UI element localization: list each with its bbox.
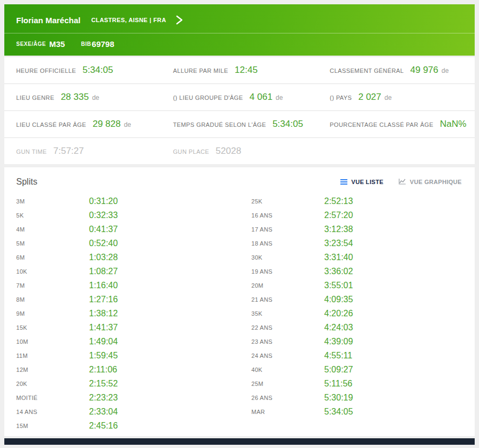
split-label: 20M bbox=[240, 282, 324, 289]
stat-value: 12:45 bbox=[235, 65, 258, 76]
split-row: 17 ANS 3:12:38 bbox=[240, 222, 475, 236]
stat-value: 52028 bbox=[216, 146, 241, 157]
stats-section: HEURE OFFICIELLE 5:34:05 ALLURE PAR MILE… bbox=[4, 57, 475, 164]
split-row: MAR 5:34:05 bbox=[240, 405, 475, 419]
stat-suffix: de bbox=[92, 94, 99, 101]
split-row: 21 ANS 4:09:35 bbox=[240, 293, 475, 307]
stat-cell: POURCENTAGE CLASSÉ PAR ÂGE NaN% bbox=[318, 119, 475, 130]
split-label: 8M bbox=[4, 296, 89, 303]
splits-col-left: 3M 0:31:20 5K 0:32:33 4M 0:41:37 5M 0:52… bbox=[4, 194, 240, 433]
split-row: 19 ANS 3:36:02 bbox=[240, 264, 475, 279]
split-value: 2:23:23 bbox=[89, 393, 118, 403]
bib-label: BIB bbox=[81, 41, 91, 47]
splits-card: Splits VUE LISTE VUE GRAPHIQUE bbox=[4, 167, 475, 436]
split-value: 2:33:04 bbox=[89, 407, 118, 417]
stat-label: GUN TIME bbox=[16, 148, 47, 155]
split-label: 5M bbox=[4, 240, 89, 247]
split-label: 4M bbox=[4, 226, 89, 233]
split-value: 3:36:02 bbox=[324, 267, 353, 276]
split-label: 15M bbox=[4, 423, 89, 429]
stat-label: () PAYS bbox=[330, 94, 352, 101]
split-row: 40K 5:09:27 bbox=[240, 363, 475, 377]
split-row: 5K 0:32:33 bbox=[4, 208, 240, 222]
split-row: 20K 2:15:52 bbox=[4, 377, 240, 391]
split-value: 5:11:56 bbox=[324, 379, 352, 389]
split-label: 35K bbox=[240, 310, 324, 317]
split-value: 1:49:04 bbox=[89, 337, 118, 347]
split-row: MOITIÉ 2:23:23 bbox=[4, 391, 240, 405]
split-value: 1:41:37 bbox=[89, 323, 118, 332]
split-label: 25K bbox=[240, 198, 324, 205]
stat-value: 7:57:27 bbox=[53, 146, 84, 157]
split-label: MOITIÉ bbox=[4, 395, 89, 401]
stat-row: GUN TIME 7:57:27 GUN PLACE 52028 bbox=[4, 138, 475, 164]
stat-cell: TEMPS GRADUÉ SELON L'ÂGE 5:34:05 bbox=[161, 119, 318, 130]
stat-value: 29 828 bbox=[93, 119, 121, 130]
stat-value: NaN% bbox=[440, 119, 466, 130]
splits-view-toggle: VUE LISTE VUE GRAPHIQUE bbox=[340, 178, 462, 186]
stat-suffix: de bbox=[124, 121, 131, 128]
athlete-name: Florian Maréchal bbox=[16, 16, 80, 25]
split-label: 12M bbox=[4, 366, 89, 373]
split-label: 14 ANS bbox=[4, 409, 89, 415]
split-row: 11M 1:59:45 bbox=[4, 349, 240, 363]
stat-cell: GUN PLACE 52028 bbox=[161, 146, 318, 157]
split-label: 5K bbox=[4, 212, 89, 219]
stat-value: 4 061 bbox=[250, 92, 273, 103]
split-row: 3M 0:31:20 bbox=[4, 194, 240, 208]
stat-row: HEURE OFFICIELLE 5:34:05 ALLURE PAR MILE… bbox=[4, 57, 475, 83]
athlete-location: CLASTRES, AISNE | FRA bbox=[91, 17, 166, 23]
split-label: 17 ANS bbox=[240, 226, 324, 233]
split-label: 15K bbox=[4, 324, 89, 331]
split-value: 3:55:01 bbox=[324, 281, 353, 290]
split-label: 20K bbox=[4, 381, 89, 387]
athlete-result-page: Florian Maréchal CLASTRES, AISNE | FRA S… bbox=[0, 0, 479, 445]
split-row: 10M 1:49:04 bbox=[4, 335, 240, 349]
split-value: 2:11:06 bbox=[89, 365, 117, 375]
stat-cell: LIEU CLASSÉ PAR ÂGE 29 828 de bbox=[4, 119, 161, 130]
stat-row: LIEU GENRE 28 335 de () LIEU GROUPE D'ÂG… bbox=[4, 84, 475, 110]
split-row: 23 ANS 4:39:09 bbox=[240, 335, 475, 349]
split-row: 6M 1:03:28 bbox=[4, 250, 240, 264]
stat-cell: LIEU GENRE 28 335 de bbox=[4, 92, 161, 103]
split-label: 18 ANS bbox=[240, 240, 324, 247]
split-label: 10M bbox=[4, 338, 89, 345]
bib-value: 69798 bbox=[92, 39, 114, 49]
split-value: 5:09:27 bbox=[324, 365, 353, 375]
bottom-bar bbox=[4, 438, 475, 445]
split-value: 1:38:12 bbox=[89, 309, 118, 318]
chevron-right-icon[interactable] bbox=[175, 15, 183, 25]
split-value: 1:16:40 bbox=[89, 281, 118, 290]
graph-view-label: VUE GRAPHIQUE bbox=[410, 179, 462, 185]
split-row: 8M 1:27:16 bbox=[4, 293, 240, 307]
split-value: 4:55:11 bbox=[324, 351, 352, 361]
stat-value: 28 335 bbox=[61, 92, 89, 103]
split-row: 10K 1:08:27 bbox=[4, 264, 240, 279]
stat-label: POURCENTAGE CLASSÉ PAR ÂGE bbox=[330, 121, 433, 128]
stat-cell: CLASSEMENT GÉNÉRAL 49 976 de bbox=[318, 65, 475, 76]
split-label: 16 ANS bbox=[240, 212, 324, 219]
split-value: 0:41:37 bbox=[89, 225, 118, 234]
split-label: 19 ANS bbox=[240, 268, 324, 275]
stat-cell: () LIEU GROUPE D'ÂGE 4 061 de bbox=[161, 92, 318, 103]
split-value: 3:12:38 bbox=[324, 225, 353, 234]
stat-row: LIEU CLASSÉ PAR ÂGE 29 828 de TEMPS GRAD… bbox=[4, 111, 475, 137]
list-view-label: VUE LISTE bbox=[351, 179, 384, 185]
split-value: 1:08:27 bbox=[89, 267, 118, 276]
graph-view-button[interactable]: VUE GRAPHIQUE bbox=[399, 178, 462, 186]
list-view-button[interactable]: VUE LISTE bbox=[340, 179, 384, 185]
stat-label: HEURE OFFICIELLE bbox=[16, 67, 76, 74]
stat-label: LIEU GENRE bbox=[16, 94, 54, 101]
split-value: 4:20:26 bbox=[324, 309, 353, 318]
split-row: 22 ANS 4:24:03 bbox=[240, 321, 475, 335]
split-label: 7M bbox=[4, 282, 89, 289]
split-value: 1:27:16 bbox=[89, 295, 118, 304]
split-value: 2:57:20 bbox=[324, 211, 353, 220]
split-row: 7M 1:16:40 bbox=[4, 279, 240, 293]
split-label: 10K bbox=[4, 268, 89, 275]
split-value: 2:52:13 bbox=[324, 196, 353, 206]
split-row: 4M 0:41:37 bbox=[4, 222, 240, 236]
split-value: 3:23:54 bbox=[324, 239, 353, 248]
split-row: 5M 0:52:40 bbox=[4, 236, 240, 250]
split-value: 2:45:16 bbox=[89, 421, 118, 431]
